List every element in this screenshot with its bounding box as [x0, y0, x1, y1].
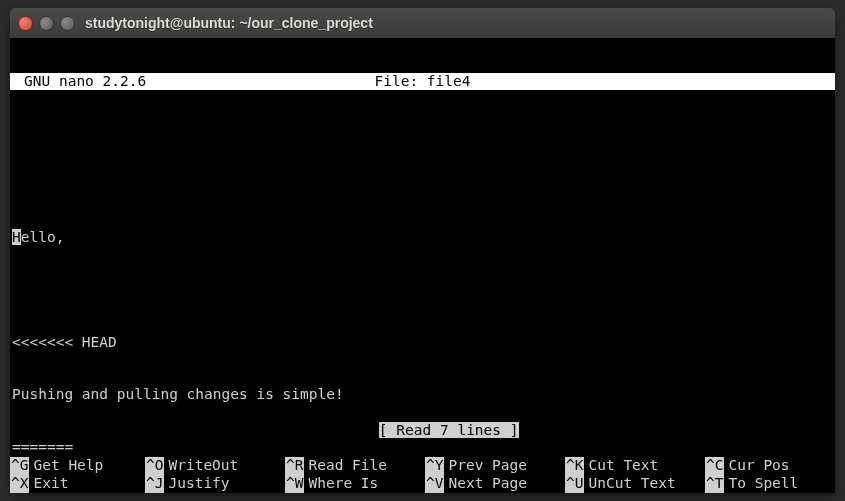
editor-line: <<<<<<< HEAD [12, 334, 835, 352]
nano-shortcuts: ^GGet Help ^OWriteOut ^RRead File ^YPrev… [10, 457, 835, 493]
nano-status: [ Read 7 lines ] [10, 405, 835, 457]
shortcut-read-file[interactable]: ^RRead File [285, 457, 425, 474]
cursor: H [12, 229, 21, 245]
window-titlebar[interactable]: studytonight@ubuntu: ~/our_clone_project [10, 8, 835, 38]
shortcut-where-is[interactable]: ^WWhere Is [285, 475, 425, 492]
minimize-icon[interactable] [39, 16, 54, 31]
window-title: studytonight@ubuntu: ~/our_clone_project [85, 15, 373, 32]
nano-version: GNU nano 2.2.6 [10, 73, 146, 90]
shortcut-exit[interactable]: ^XExit [10, 475, 145, 492]
nano-file-label: File: file4 [374, 73, 470, 90]
nano-header: GNU nano 2.2.6 File: file4 [10, 73, 835, 90]
editor-line [12, 282, 835, 300]
close-icon[interactable] [18, 16, 33, 31]
shortcut-writeout[interactable]: ^OWriteOut [145, 457, 285, 474]
shortcut-get-help[interactable]: ^GGet Help [10, 457, 145, 474]
terminal-window: studytonight@ubuntu: ~/our_clone_project… [10, 8, 835, 493]
maximize-icon[interactable] [60, 16, 75, 31]
editor-line: ello, [21, 229, 65, 245]
status-message: [ Read 7 lines ] [379, 422, 519, 438]
shortcut-cur-pos[interactable]: ^CCur Pos [705, 457, 825, 474]
terminal-viewport[interactable]: GNU nano 2.2.6 File: file4 Hello, <<<<<<… [10, 38, 835, 493]
shortcut-next-page[interactable]: ^VNext Page [425, 475, 565, 492]
editor-line: Pushing and pulling changes is simple! [12, 386, 835, 404]
shortcut-to-spell[interactable]: ^TTo Spell [705, 475, 825, 492]
shortcut-justify[interactable]: ^JJustify [145, 475, 285, 492]
shortcut-prev-page[interactable]: ^YPrev Page [425, 457, 565, 474]
shortcut-cut-text[interactable]: ^KCut Text [565, 457, 705, 474]
shortcut-uncut-text[interactable]: ^UUnCut Text [565, 475, 705, 492]
